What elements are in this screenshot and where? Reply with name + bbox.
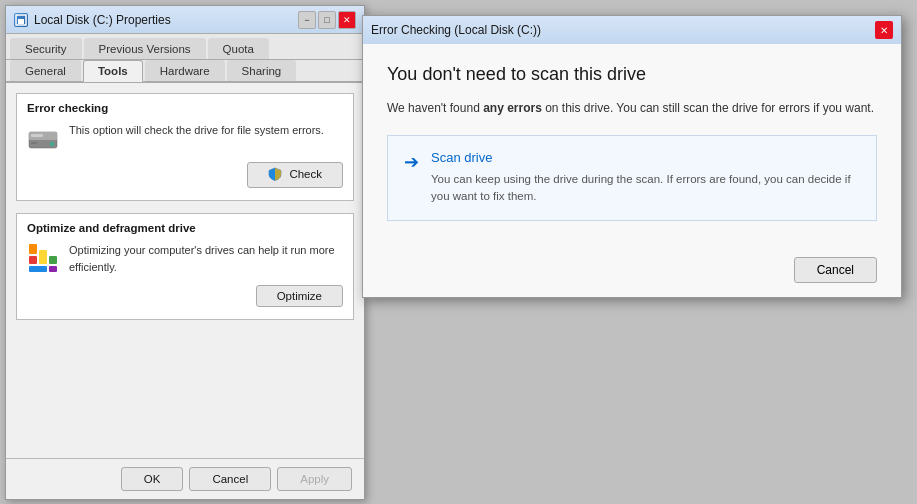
properties-window: Local Disk (C:) Properties − □ ✕ Securit…: [5, 5, 365, 500]
defrag-icon: [27, 242, 59, 274]
tabs-row-2: General Tools Hardware Sharing: [6, 60, 364, 83]
error-checking-content: This option will check the drive for fil…: [27, 122, 343, 152]
svg-rect-1: [18, 19, 24, 24]
tabs-row-1: Security Previous Versions Quota: [6, 34, 364, 60]
optimize-button[interactable]: Optimize: [256, 285, 343, 307]
bottom-bar: OK Cancel Apply: [6, 458, 364, 499]
tab-hardware[interactable]: Hardware: [145, 60, 225, 81]
scan-option-content: Scan drive You can keep using the drive …: [431, 150, 860, 206]
window-icon: [14, 13, 28, 27]
check-button[interactable]: Check: [247, 162, 343, 188]
error-checking-title: Error checking: [27, 102, 343, 114]
dialog-footer: Cancel: [363, 257, 901, 297]
optimize-section: Optimize and defragment drive Optimizing…: [16, 213, 354, 320]
optimize-description: Optimizing your computer's drives can he…: [69, 242, 343, 275]
properties-title-bar: Local Disk (C:) Properties − □ ✕: [6, 6, 364, 34]
title-bar-controls: − □ ✕: [298, 11, 356, 29]
ok-button[interactable]: OK: [121, 467, 184, 491]
minimize-button[interactable]: −: [298, 11, 316, 29]
scan-drive-desc: You can keep using the drive during the …: [431, 171, 860, 206]
tab-security[interactable]: Security: [10, 38, 82, 59]
dialog-body: You don't need to scan this drive We hav…: [363, 44, 901, 257]
maximize-button[interactable]: □: [318, 11, 336, 29]
svg-rect-11: [49, 266, 57, 272]
error-checking-dialog: Error Checking (Local Disk (C:)) ✕ You d…: [362, 15, 902, 298]
svg-rect-6: [31, 142, 37, 144]
svg-rect-4: [31, 134, 43, 137]
tab-tools[interactable]: Tools: [83, 60, 143, 82]
dialog-title: Error Checking (Local Disk (C:)): [371, 23, 541, 37]
tab-quota[interactable]: Quota: [208, 38, 269, 59]
check-button-row: Check: [27, 162, 343, 188]
optimize-button-row: Optimize: [27, 285, 343, 307]
error-checking-section: Error checking This option will check th…: [16, 93, 354, 201]
properties-title: Local Disk (C:) Properties: [34, 13, 171, 27]
dialog-close-button[interactable]: ✕: [875, 21, 893, 39]
shield-icon-wrapper: Check: [268, 167, 322, 181]
svg-point-5: [50, 142, 54, 146]
svg-rect-9: [49, 256, 57, 264]
shield-icon: [268, 167, 282, 181]
title-bar-left: Local Disk (C:) Properties: [14, 13, 171, 27]
dialog-title-bar: Error Checking (Local Disk (C:)) ✕: [363, 16, 901, 44]
scan-drive-option[interactable]: ➔ Scan drive You can keep using the driv…: [387, 135, 877, 221]
optimize-title: Optimize and defragment drive: [27, 222, 343, 234]
dialog-description: We haven't found any errors on this driv…: [387, 99, 877, 117]
dialog-heading: You don't need to scan this drive: [387, 64, 877, 85]
svg-rect-10: [29, 266, 47, 272]
apply-button[interactable]: Apply: [277, 467, 352, 491]
arrow-right-icon: ➔: [404, 151, 419, 173]
tab-sharing[interactable]: Sharing: [227, 60, 297, 81]
tools-content: Error checking This option will check th…: [6, 83, 364, 342]
error-checking-description: This option will check the drive for fil…: [69, 122, 324, 139]
dialog-cancel-button[interactable]: Cancel: [794, 257, 877, 283]
svg-rect-8: [39, 250, 47, 264]
svg-rect-7: [29, 256, 37, 264]
cancel-bottom-button[interactable]: Cancel: [189, 467, 271, 491]
scan-drive-title: Scan drive: [431, 150, 860, 165]
tab-previous-versions[interactable]: Previous Versions: [84, 38, 206, 59]
svg-rect-12: [29, 244, 37, 254]
drive-icon: [27, 124, 59, 152]
optimize-content: Optimizing your computer's drives can he…: [27, 242, 343, 275]
tab-general[interactable]: General: [10, 60, 81, 81]
close-button[interactable]: ✕: [338, 11, 356, 29]
